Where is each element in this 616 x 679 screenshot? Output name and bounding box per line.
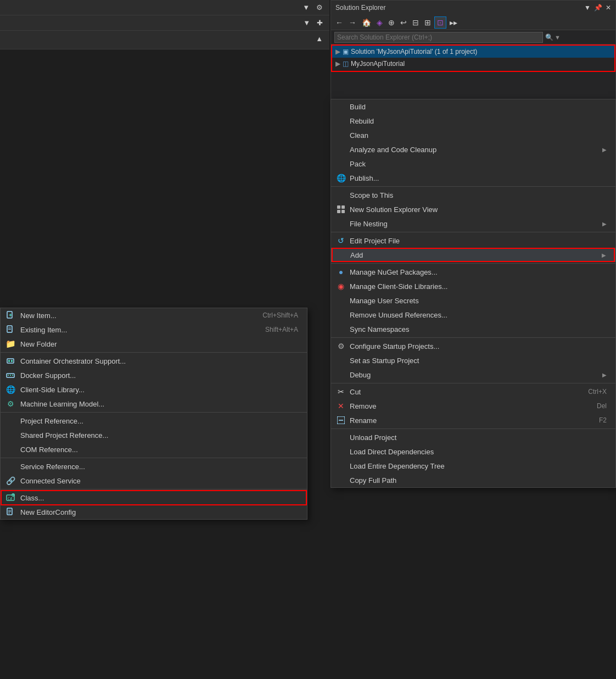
cm-clean[interactable]: Clean: [331, 128, 615, 142]
se-copy-btn[interactable]: ⊞: [422, 17, 433, 28]
load-entire-icon: [335, 460, 346, 471]
cm-configure-startup-label: Configure Startup Projects...: [350, 342, 607, 350]
sm-new-item[interactable]: New Item... Ctrl+Shift+A: [1, 308, 307, 322]
se-home-btn[interactable]: 🏠: [360, 17, 373, 28]
sm-new-folder[interactable]: 📁 New Folder: [1, 337, 307, 351]
cm-edit-project[interactable]: ↺ Edit Project File: [331, 233, 615, 248]
sm-shared-ref-label: Shared Project Reference...: [20, 431, 298, 439]
cm-file-nesting[interactable]: File Nesting ▶: [331, 216, 615, 231]
cm-debug[interactable]: Debug ▶: [331, 368, 615, 382]
sm-class-label: Class...: [20, 494, 298, 502]
se-solution-item[interactable]: ▶ ▣ Solution 'MyJsonApiTutorial' (1 of 1…: [331, 46, 615, 58]
cm-client-libs-label: Manage Client-Side Libraries...: [350, 282, 607, 291]
se-search-dropdown[interactable]: ▼: [555, 34, 561, 41]
se-sync-btn[interactable]: ⊟: [410, 17, 421, 28]
cm-scope-label: Scope to This: [350, 191, 607, 199]
cm-nuget[interactable]: ● Manage NuGet Packages...: [331, 265, 615, 279]
se-undo-btn[interactable]: ↩: [398, 17, 409, 28]
se-search-input[interactable]: [334, 32, 543, 43]
cm-set-startup[interactable]: Set as Startup Project: [331, 353, 615, 368]
toolbar-pin-btn[interactable]: ✚: [315, 18, 325, 28]
se-active-btn[interactable]: ⊡: [434, 16, 446, 29]
sm-new-folder-label: New Folder: [20, 340, 298, 348]
cm-clean-label: Clean: [350, 131, 607, 140]
sm-existing-item-label: Existing Item...: [20, 326, 265, 334]
cm-configure-startup[interactable]: ⚙ Configure Startup Projects...: [331, 339, 615, 353]
se-vs-btn[interactable]: ◈: [374, 17, 385, 28]
cm-rename[interactable]: Rename F2: [331, 413, 615, 427]
separator-4: [331, 337, 615, 338]
sm-com-ref[interactable]: COM Reference...: [1, 442, 307, 457]
sm-new-item-label: New Item...: [20, 311, 262, 320]
sm-shared-ref[interactable]: Shared Project Reference...: [1, 428, 307, 442]
sm-class[interactable]: C# + Class...: [1, 491, 307, 505]
client-library-icon: 🌐: [5, 384, 16, 395]
sm-connected-service[interactable]: 🔗 Connected Service: [1, 474, 307, 488]
cm-unload[interactable]: Unload Project: [331, 430, 615, 444]
cm-load-entire[interactable]: Load Entire Dependency Tree: [331, 459, 615, 473]
se-back-btn[interactable]: ←: [333, 17, 345, 28]
sm-docker-label: Docker Support...: [20, 371, 298, 380]
se-forward-btn[interactable]: →: [346, 17, 359, 28]
cm-remove-label: Remove: [350, 402, 592, 410]
cm-load-direct[interactable]: Load Direct Dependencies: [331, 444, 615, 459]
cm-scope[interactable]: Scope to This: [331, 188, 615, 202]
se-solution-label: Solution 'MyJsonApiTutorial' (1 of 1 pro…: [351, 48, 477, 55]
sm-client-library[interactable]: 🌐 Client-Side Library...: [1, 382, 307, 397]
se-pin-btn[interactable]: 📌: [594, 4, 602, 12]
cm-publish[interactable]: 🌐 Publish...: [331, 171, 615, 185]
right-context-menu: Build Rebuild Clean Analyze and Code Cle…: [331, 99, 616, 488]
cm-pack[interactable]: Pack: [331, 157, 615, 171]
separator-1: [331, 186, 615, 187]
sm-service-ref[interactable]: Service Reference...: [1, 459, 307, 474]
cm-analyze[interactable]: Analyze and Code Cleanup ▶: [331, 142, 615, 157]
sync-ns-icon: [335, 324, 346, 335]
svg-rect-2: [337, 210, 340, 213]
toolbar-scroll-btn[interactable]: ▲: [313, 34, 325, 44]
cm-build[interactable]: Build: [331, 99, 615, 114]
cm-new-se-view[interactable]: New Solution Explorer View: [331, 202, 615, 216]
cm-new-se-view-label: New Solution Explorer View: [350, 205, 607, 214]
se-dropdown-btn[interactable]: ▼: [584, 4, 591, 12]
cm-user-secrets-label: Manage User Secrets: [350, 297, 607, 305]
se-search-area: 🔍 ▼: [331, 30, 615, 44]
cm-add[interactable]: Add ▶: [331, 248, 615, 262]
separator-3: [331, 263, 615, 264]
svg-rect-18: [12, 375, 13, 376]
cm-remove-unused-label: Remove Unused References...: [350, 311, 607, 319]
se-project-item[interactable]: ▶ ◫ MyJsonApiTutorial: [331, 58, 615, 70]
solution-explorer-panel: Solution Explorer ▼ 📌 ✕ ← → 🏠 ◈ ⊕ ↩ ⊟ ⊞ …: [331, 0, 616, 110]
se-close-btn[interactable]: ✕: [606, 4, 611, 12]
ml-model-icon: ⚙: [5, 398, 16, 409]
cm-sync-ns[interactable]: Sync Namespaces: [331, 322, 615, 336]
rename-icon: [335, 415, 346, 426]
service-ref-icon: [5, 461, 16, 472]
sm-editorconfig[interactable]: New EditorConfig: [1, 505, 307, 519]
add-arrow-icon: ▶: [602, 252, 606, 258]
cm-user-secrets[interactable]: Manage User Secrets: [331, 293, 615, 308]
publish-icon: 🌐: [335, 172, 346, 183]
se-more-btn[interactable]: ▸▸: [447, 17, 460, 28]
toolbar-settings-btn[interactable]: ⚙: [314, 2, 325, 13]
cm-remove-unused[interactable]: Remove Unused References...: [331, 308, 615, 322]
sm-container-orch-label: Container Orchestrator Support...: [20, 357, 298, 365]
sm-separator-4: [1, 489, 307, 489]
cm-cut[interactable]: ✂ Cut Ctrl+X: [331, 385, 615, 399]
sm-existing-item[interactable]: Existing Item... Shift+Alt+A: [1, 322, 307, 337]
sm-project-ref[interactable]: Project Reference...: [1, 414, 307, 428]
load-direct-icon: [335, 446, 346, 457]
toolbar-dropdown-btn[interactable]: ▼: [300, 2, 312, 13]
docker-icon: [5, 370, 16, 381]
sm-ml-model-label: Machine Learning Model...: [20, 400, 298, 408]
cm-remove[interactable]: ✕ Remove Del: [331, 399, 615, 413]
toolbar-dropdown2-btn[interactable]: ▼: [301, 18, 312, 28]
sm-connected-service-label: Connected Service: [20, 477, 298, 485]
cm-copy-full-path[interactable]: Copy Full Path: [331, 473, 615, 487]
sm-ml-model[interactable]: ⚙ Machine Learning Model...: [1, 397, 307, 411]
cm-rebuild[interactable]: Rebuild: [331, 114, 615, 128]
sm-docker[interactable]: Docker Support...: [1, 368, 307, 382]
cm-client-libs[interactable]: ◉ Manage Client-Side Libraries...: [331, 279, 615, 293]
sm-container-orch[interactable]: Container Orchestrator Support...: [1, 354, 307, 368]
se-clock-btn[interactable]: ⊕: [386, 17, 397, 28]
cm-analyze-label: Analyze and Code Cleanup: [350, 146, 600, 154]
